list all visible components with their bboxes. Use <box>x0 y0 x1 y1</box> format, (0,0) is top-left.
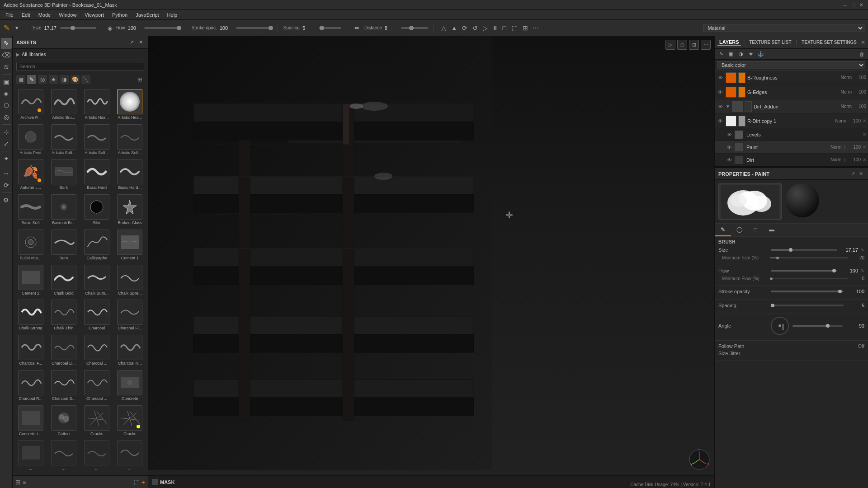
sublayer-eye-levels[interactable]: 👁 <box>726 131 733 138</box>
flow-value[interactable]: 100 <box>128 25 142 31</box>
filter-color-icon[interactable]: 🎨 <box>71 75 80 84</box>
smudge-tool-button[interactable]: ≋ <box>1 61 12 72</box>
sublayer-item-levels[interactable]: 👁 Levels ✕ <box>715 128 868 141</box>
layer-eye-g-edges[interactable]: 👁 <box>717 89 724 96</box>
layer-item-b-roughness[interactable]: 👁 B-Roughness Norm 100 <box>715 70 868 85</box>
minimize-button[interactable]: — <box>842 2 848 8</box>
flow-prop-slider[interactable] <box>771 270 837 272</box>
list-item[interactable]: Charcoal Fi... <box>114 299 146 333</box>
material-select[interactable]: Material <box>703 24 864 32</box>
list-item[interactable]: Archive P... <box>14 88 47 122</box>
list-item[interactable]: Basmati Br... <box>47 193 80 228</box>
sublayer-eye-paint[interactable]: 👁 <box>726 144 733 151</box>
sublayer-close-dirt[interactable]: ✕ <box>863 157 866 162</box>
window-controls[interactable]: — □ ✕ <box>842 2 864 8</box>
layers-add-paint-button[interactable]: ✎ <box>717 50 726 59</box>
viewport-icon-1[interactable]: △ <box>439 23 448 33</box>
filter-texture-icon[interactable]: ▦ <box>16 75 25 84</box>
list-item[interactable]: Blur <box>81 193 113 228</box>
material-picker-button[interactable]: ◎ <box>1 112 12 122</box>
distance-slider[interactable] <box>401 27 428 29</box>
layers-delete-button[interactable]: 🗑 <box>857 50 866 59</box>
list-item[interactable]: Artistic Hea... <box>114 88 146 122</box>
list-item[interactable]: Artistic Hair... <box>81 88 113 122</box>
size-value[interactable]: 17.17 <box>44 25 57 31</box>
canvas-area[interactable]: ✛ ▷ □ ⊞ ⋯ X Y Z MASK <box>148 36 714 488</box>
sublayer-item-paint[interactable]: 👁 Paint Norm | 100 ✕ <box>715 141 868 154</box>
tab-texture-set-list[interactable]: TEXTURE SET LIST <box>747 40 793 45</box>
assets-close-button[interactable]: ✕ <box>137 39 144 46</box>
pause-button[interactable]: ⏸ <box>491 24 499 32</box>
layer-item-g-edges[interactable]: 👁 G-Edges Norm 100 <box>715 85 868 99</box>
tab-layers[interactable]: LAYERS <box>717 39 741 46</box>
filter-effect-icon[interactable]: ★ <box>49 75 58 84</box>
list-item[interactable]: Chalk Strong <box>14 299 47 333</box>
filter-brush-icon[interactable]: ✎ <box>27 75 36 84</box>
annotation-tool-button[interactable]: ✦ <box>1 153 12 164</box>
close-button[interactable]: ✕ <box>858 2 864 8</box>
list-item[interactable]: Broken Glass <box>114 193 146 228</box>
layer-eye-r-dirt-copy[interactable]: 👁 <box>717 117 724 125</box>
list-item[interactable]: Basic Hard... <box>114 158 146 192</box>
props-tab-brush[interactable]: ✎ <box>715 224 731 236</box>
viewport-icon-9[interactable]: ⋯ <box>531 23 540 33</box>
list-item[interactable]: Basic Hard <box>81 158 113 192</box>
assets-add-button[interactable]: + <box>142 479 145 486</box>
follow-path-value[interactable]: Off <box>858 343 864 349</box>
list-item[interactable]: ... <box>114 439 146 474</box>
distance-value[interactable]: 8 <box>385 25 398 31</box>
list-item[interactable]: Bark <box>47 158 80 192</box>
spacing-prop-slider[interactable] <box>771 305 844 306</box>
angle-slider[interactable] <box>793 325 843 327</box>
menu-mode[interactable]: Mode <box>35 11 55 19</box>
flow-prop-value[interactable]: 100 <box>840 268 858 273</box>
canvas-tool-2[interactable]: □ <box>677 40 687 50</box>
layer-eye-dirt-addon[interactable]: 👁 <box>717 103 724 110</box>
list-item[interactable]: Chalk Spre... <box>114 264 146 298</box>
properties-expand-button[interactable]: ↗ <box>849 170 856 178</box>
list-item[interactable]: Charcoal F... <box>14 334 47 368</box>
menu-python[interactable]: Python <box>108 11 131 19</box>
flow-edit-icon[interactable]: ✎ <box>861 268 864 273</box>
layers-panel-close-button[interactable]: ✕ <box>861 39 865 46</box>
list-item[interactable]: Burn <box>47 229 80 263</box>
viewport-icon-7[interactable]: ⬚ <box>510 23 519 33</box>
layer-more-r-dirt-copy[interactable]: ✕ <box>863 118 866 123</box>
size-slider[interactable] <box>60 27 96 29</box>
blend-mode-select[interactable]: Basic color <box>717 61 865 69</box>
list-item[interactable]: Artistic Bru... <box>47 88 80 122</box>
layer-item-r-dirt-copy[interactable]: 👁 R-Dirt copy 1 Norm 100 ✕ <box>715 114 868 128</box>
sublayer-close-levels[interactable]: ✕ <box>863 132 866 137</box>
menu-viewport[interactable]: Viewport <box>81 11 108 19</box>
clone-tool-button[interactable]: ◈ <box>1 88 12 99</box>
layers-effect-button[interactable]: ★ <box>746 50 755 59</box>
layers-anchor-button[interactable]: ⚓ <box>756 50 765 59</box>
list-item[interactable]: Charcoal R... <box>14 369 47 404</box>
list-item[interactable]: Cement 2 <box>14 264 47 298</box>
spacing-prop-value[interactable]: 5 <box>846 303 864 308</box>
stroke-opacity-prop-slider[interactable] <box>771 291 844 292</box>
menu-edit[interactable]: Edit <box>18 11 34 19</box>
list-item[interactable]: Artistic Soft... <box>114 123 146 158</box>
size-prop-value[interactable]: 17.17 <box>840 247 858 253</box>
layer-eye-b-roughness[interactable]: 👁 <box>717 74 724 81</box>
list-item[interactable]: Charcoal N... <box>114 334 146 368</box>
list-item[interactable]: Chalk Thin <box>47 299 80 333</box>
nav-expand-icon[interactable]: ▶ <box>16 52 20 57</box>
list-item[interactable]: Charcoal Li... <box>47 334 80 368</box>
list-item[interactable]: Cracks <box>81 404 113 439</box>
list-item[interactable]: Concrete <box>114 369 146 404</box>
list-item[interactable]: 🍂 Autumn L... <box>14 158 47 192</box>
layers-add-fill-button[interactable]: ▣ <box>726 50 736 59</box>
layers-mask-button[interactable]: ◑ <box>736 50 745 59</box>
filter-material-icon[interactable]: ◎ <box>38 75 47 84</box>
list-item[interactable]: ... <box>14 439 47 474</box>
measure-tool-button[interactable]: ↔ <box>1 168 12 179</box>
stroke-opacity-slider[interactable] <box>236 27 272 29</box>
list-item[interactable]: ... <box>81 439 113 474</box>
props-tab-texture[interactable]: □ <box>747 224 764 236</box>
toolbar-icon-1[interactable]: ▾ <box>12 23 21 33</box>
list-item[interactable]: Concrete L... <box>14 404 47 439</box>
min-flow-slider[interactable] <box>770 278 848 279</box>
layer-item-dirt-addon[interactable]: 👁 ▼ Dirt_Addon Norm 100 <box>715 99 868 114</box>
